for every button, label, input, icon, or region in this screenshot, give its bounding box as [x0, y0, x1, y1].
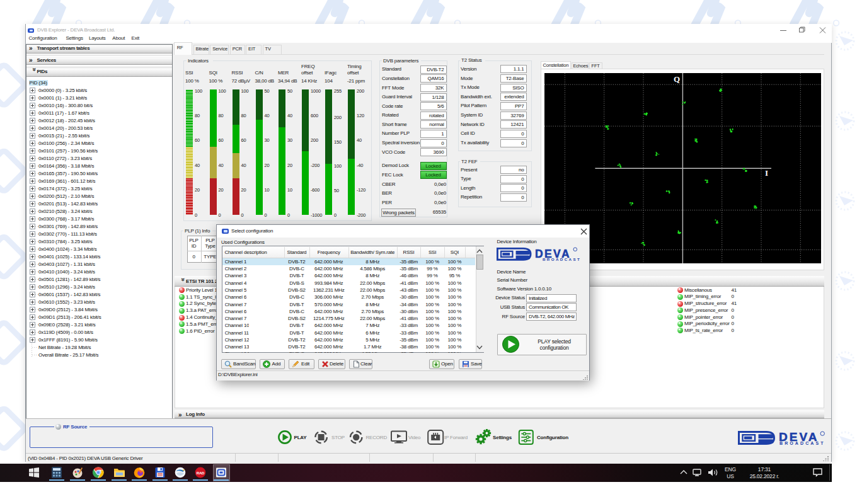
svg-text:I: I	[765, 168, 768, 178]
svg-text:RAD: RAD	[197, 471, 205, 475]
svg-text:Q: Q	[674, 74, 680, 84]
